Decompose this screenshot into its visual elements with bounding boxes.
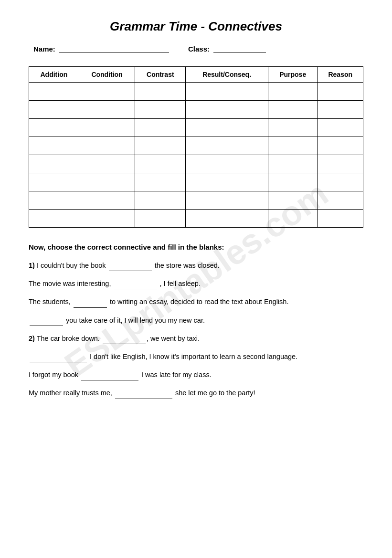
col-contrast: Contrast bbox=[135, 67, 186, 83]
class-label: Class: bbox=[188, 45, 210, 53]
exercise-1: 1) I couldn't buy the book the store was… bbox=[29, 260, 363, 271]
blank-1-2 bbox=[114, 278, 157, 289]
blank-2-2 bbox=[30, 351, 87, 362]
name-class-row: Name: Class: bbox=[29, 44, 363, 53]
table-row bbox=[29, 210, 363, 228]
class-underline bbox=[213, 44, 266, 53]
table-row bbox=[29, 173, 363, 191]
page-title: Grammar Time - Connectives bbox=[29, 19, 363, 34]
exercise-1-label: 1) bbox=[29, 262, 35, 269]
blank-2-3 bbox=[81, 369, 138, 380]
table-row bbox=[29, 83, 363, 101]
blank-1-3 bbox=[74, 296, 107, 307]
exercise-7: I forgot my book I was late for my class… bbox=[29, 369, 363, 380]
table-row bbox=[29, 155, 363, 173]
exercise-2: The movie was interesting, , I fell asle… bbox=[29, 278, 363, 289]
connectives-table: Addition Condition Contrast Result/Conse… bbox=[29, 66, 363, 228]
exercise-4: you take care of it, I will lend you my … bbox=[29, 315, 363, 326]
exercise-2-label: 2) bbox=[29, 335, 35, 342]
table-row bbox=[29, 191, 363, 210]
name-underline bbox=[59, 44, 169, 53]
exercise-3: The students, to writing an essay, decid… bbox=[29, 296, 363, 307]
exercise-6: I don't like English, I know it's import… bbox=[29, 351, 363, 362]
blank-2-1 bbox=[103, 333, 146, 344]
col-condition: Condition bbox=[79, 67, 135, 83]
exercise-5: 2) The car broke down. , we went by taxi… bbox=[29, 333, 363, 344]
blank-1-1 bbox=[109, 260, 152, 271]
col-purpose: Purpose bbox=[268, 67, 318, 83]
name-label: Name: bbox=[33, 45, 55, 53]
exercises-section: Now, choose the correct connective and f… bbox=[29, 243, 363, 399]
table-row bbox=[29, 137, 363, 155]
col-addition: Addition bbox=[29, 67, 79, 83]
col-reason: Reason bbox=[318, 67, 363, 83]
table-row bbox=[29, 119, 363, 137]
table-row bbox=[29, 101, 363, 119]
blank-1-4 bbox=[30, 315, 63, 326]
exercise-8: My mother really trusts me, she let me g… bbox=[29, 387, 363, 399]
col-result: Result/Conseq. bbox=[186, 67, 268, 83]
instruction: Now, choose the correct connective and f… bbox=[29, 243, 363, 251]
blank-2-4 bbox=[115, 387, 172, 399]
table-header-row: Addition Condition Contrast Result/Conse… bbox=[29, 67, 363, 83]
